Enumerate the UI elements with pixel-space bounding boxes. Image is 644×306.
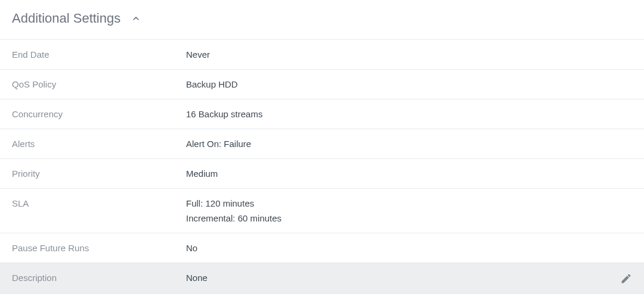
value-alerts: Alert On: Failure: [186, 139, 632, 149]
label-description: Description: [12, 273, 186, 283]
value-sla: Full: 120 minutes Incremental: 60 minute…: [186, 198, 632, 223]
additional-settings-header[interactable]: Additional Settings: [0, 0, 644, 39]
value-description: None: [186, 273, 620, 283]
value-sla-full: Full: 120 minutes: [186, 198, 632, 208]
label-end-date: End Date: [12, 49, 186, 60]
chevron-up-icon[interactable]: [131, 14, 141, 23]
row-pause-future-runs: Pause Future Runs No: [0, 233, 644, 263]
pencil-icon[interactable]: [620, 273, 632, 285]
value-concurrency: 16 Backup streams: [186, 109, 632, 119]
section-title: Additional Settings: [12, 11, 120, 26]
row-description: Description None: [0, 263, 644, 294]
value-qos-policy: Backup HDD: [186, 79, 632, 89]
label-sla: SLA: [12, 198, 186, 208]
value-end-date: Never: [186, 49, 632, 60]
label-alerts: Alerts: [12, 139, 186, 149]
row-end-date: End Date Never: [0, 39, 644, 69]
row-priority: Priority Medium: [0, 158, 644, 188]
row-concurrency: Concurrency 16 Backup streams: [0, 99, 644, 129]
label-concurrency: Concurrency: [12, 109, 186, 119]
value-priority: Medium: [186, 168, 632, 179]
value-pause-future-runs: No: [186, 243, 632, 253]
row-qos-policy: QoS Policy Backup HDD: [0, 69, 644, 99]
label-qos-policy: QoS Policy: [12, 79, 186, 89]
value-sla-incremental: Incremental: 60 minutes: [186, 213, 632, 223]
row-alerts: Alerts Alert On: Failure: [0, 129, 644, 158]
label-pause-future-runs: Pause Future Runs: [12, 243, 186, 253]
label-priority: Priority: [12, 168, 186, 179]
row-sla: SLA Full: 120 minutes Incremental: 60 mi…: [0, 188, 644, 233]
